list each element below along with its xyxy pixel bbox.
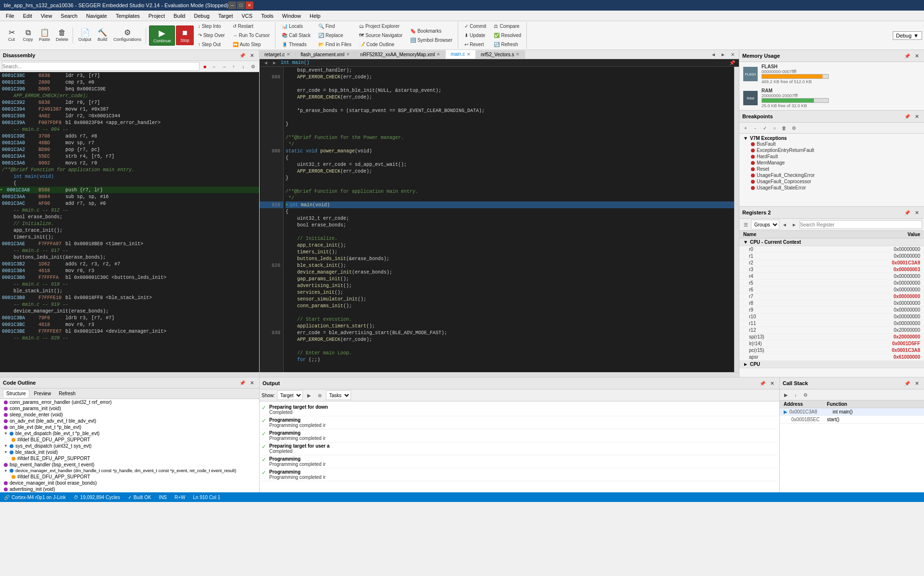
output-pin-icon[interactable]: 📌 bbox=[758, 379, 767, 388]
outline-tab-structure[interactable]: Structure bbox=[3, 389, 29, 398]
outline-device-mgr-evt[interactable]: ▼ device_manager_evt_handler (dm_handle_… bbox=[0, 468, 259, 474]
bp-item-usagefault-state[interactable]: UsageFault_StateError bbox=[743, 185, 920, 191]
bp-enable-all-icon[interactable]: ✓ bbox=[761, 124, 769, 132]
menu-templates[interactable]: Templates bbox=[112, 12, 144, 20]
call-stack-button[interactable]: 📚 Call Stack bbox=[278, 31, 314, 39]
paste-button[interactable]: 📋 Paste bbox=[37, 27, 52, 43]
outline-sleep-mode[interactable]: sleep_mode_enter (void) bbox=[0, 412, 259, 418]
menu-help[interactable]: Help bbox=[306, 12, 325, 20]
bp-item-excentry[interactable]: ExceptionEntryReturnFault bbox=[743, 147, 920, 153]
cs-settings-icon[interactable]: ⚙ bbox=[801, 390, 810, 399]
bp-item-reset[interactable]: Reset bbox=[743, 166, 920, 172]
cs-run-icon[interactable]: ▶ bbox=[782, 390, 790, 399]
minimize-button[interactable]: ─ bbox=[228, 1, 236, 9]
outline-controls[interactable]: 📌 ✕ bbox=[238, 378, 256, 387]
outline-conn-params-error[interactable]: conn_params_error_handler (uint32_t nrf_… bbox=[0, 399, 259, 405]
debug-mode-dropdown[interactable]: Debug ▼ bbox=[893, 31, 922, 40]
disassembly-hscrollbar[interactable] bbox=[0, 372, 259, 377]
output-filter-icon[interactable]: ⊛ bbox=[315, 391, 324, 400]
code-outline-button[interactable]: 📝 Code Outline bbox=[356, 40, 406, 49]
cut-button[interactable]: ✂ Cut bbox=[4, 27, 19, 43]
source-hscrollbar[interactable] bbox=[260, 372, 739, 377]
reg-pin-icon[interactable]: 📌 bbox=[903, 208, 912, 217]
bp-item-usagefault-checking[interactable]: UsageFault_CheckingError bbox=[743, 172, 920, 178]
cs-row-main[interactable]: ▶ 0x0001C3A8 int main() bbox=[780, 408, 924, 416]
outline-pin-icon[interactable]: 📌 bbox=[238, 378, 247, 387]
tab-flash-placement[interactable]: flash_placement.xml ✕ bbox=[296, 50, 355, 59]
tab-main-c[interactable]: main.c ✕ bbox=[446, 50, 475, 59]
delete-button[interactable]: 🗑 Delete bbox=[53, 27, 71, 43]
update-button[interactable]: ⬇ Update bbox=[461, 31, 489, 39]
run-to-cursor-button[interactable]: → Run To Cursor bbox=[229, 31, 273, 39]
disasm-right-icon[interactable]: → bbox=[220, 62, 228, 71]
cs-step-icon[interactable]: ↓ bbox=[791, 390, 800, 399]
bp-disable-all-icon[interactable]: ○ bbox=[770, 124, 779, 132]
compare-button[interactable]: ⚖ Compare bbox=[490, 22, 524, 30]
disassembly-pin-icon[interactable]: 📌 bbox=[238, 51, 247, 60]
reg-group-cpu-current[interactable]: ▼ CPU - Current Context bbox=[739, 238, 924, 246]
reg-prev-icon[interactable]: ◄ bbox=[780, 220, 789, 229]
cs-row-start[interactable]: 0x0001B5EC start() bbox=[780, 416, 924, 424]
outline-advertising-init[interactable]: advertising_init (void) bbox=[0, 486, 259, 492]
auto-step-button[interactable]: ⏩ Auto Step bbox=[229, 40, 273, 49]
outline-conn-params-init[interactable]: conn_params_init (void) bbox=[0, 405, 259, 412]
breakpoints-controls[interactable]: 📌 ✕ bbox=[903, 112, 921, 121]
bp-add-icon[interactable]: + bbox=[741, 124, 750, 132]
menu-window[interactable]: Window bbox=[278, 12, 305, 20]
step-out-button[interactable]: ↑ Step Out bbox=[195, 40, 228, 49]
resolved-button[interactable]: ✅ Resolved bbox=[490, 31, 524, 39]
output-button[interactable]: 📄 Output bbox=[76, 27, 94, 43]
output-filter-select[interactable]: Tasks bbox=[326, 390, 351, 400]
bp-pin-icon[interactable]: 📌 bbox=[903, 112, 912, 121]
bp-remove-icon[interactable]: - bbox=[751, 124, 760, 132]
outline-bsp-event-handler[interactable]: bsp_event_handler (bsp_event_t event) bbox=[0, 462, 259, 468]
close-button[interactable]: ✕ bbox=[246, 1, 253, 9]
disasm-stop-icon[interactable]: ■ bbox=[200, 62, 209, 71]
registers-controls[interactable]: 📌 ✕ bbox=[903, 208, 921, 217]
outline-tab-preview[interactable]: Preview bbox=[31, 390, 54, 397]
tab-scroll-right-icon[interactable]: ► bbox=[719, 50, 727, 59]
cs-close-icon[interactable]: ✕ bbox=[912, 379, 921, 388]
bp-item-memmanage[interactable]: MemManage bbox=[743, 160, 920, 166]
outline-on-adv-evt[interactable]: on_adv_evt (ble_adv_evt_t ble_adv_evt) bbox=[0, 418, 259, 424]
revert-button[interactable]: ↩ Revert bbox=[461, 40, 489, 49]
threads-button[interactable]: 🧵 Threads bbox=[278, 40, 314, 49]
menu-vcs[interactable]: VCS bbox=[238, 12, 257, 20]
symbol-browser-button[interactable]: 🔣 Symbol Browser bbox=[407, 36, 456, 44]
menu-edit[interactable]: Edit bbox=[19, 12, 36, 20]
reg-group-select[interactable]: Groups bbox=[751, 220, 779, 229]
stop-button[interactable]: ■ Stop bbox=[176, 25, 194, 45]
outline-on-ble-evt[interactable]: on_ble_evt (ble_evt_t *p_ble_evt) bbox=[0, 424, 259, 430]
tab-scroll-left-icon[interactable]: ◄ bbox=[709, 50, 718, 59]
tab-memorymap-close[interactable]: ✕ bbox=[437, 52, 440, 57]
memory-close-icon[interactable]: ✕ bbox=[912, 51, 921, 60]
bp-item-hardfault[interactable]: HardFault bbox=[743, 153, 920, 160]
outline-ifdef-dfu3[interactable]: #ifdef BLE_DFU_APP_SUPPORT bbox=[0, 474, 259, 480]
menu-file[interactable]: File bbox=[2, 12, 18, 20]
restart-button[interactable]: ↺ Restart bbox=[229, 22, 273, 30]
disassembly-search-input[interactable] bbox=[2, 62, 200, 71]
disasm-settings-icon[interactable]: ⚙ bbox=[249, 62, 257, 71]
output-controls[interactable]: 📌 ✕ bbox=[758, 379, 776, 388]
locals-button[interactable]: 📊 Locals bbox=[278, 22, 314, 30]
copy-button[interactable]: ⧉ Copy bbox=[20, 27, 36, 43]
reg-groups-icon[interactable]: ☰ bbox=[741, 220, 750, 229]
commit-button[interactable]: ✓ Commit bbox=[461, 22, 489, 30]
nav-right-icon[interactable]: ► bbox=[272, 60, 277, 65]
outline-ble-evt-dispatch[interactable]: ▼ ble_evt_dispatch (ble_evt_t *p_ble_evt… bbox=[0, 430, 259, 437]
menu-view[interactable]: View bbox=[37, 12, 56, 20]
bp-item-busfault[interactable]: BusFault bbox=[743, 141, 920, 147]
outline-device-mgr-init[interactable]: device_manager_init (bool erase_bonds) bbox=[0, 480, 259, 486]
bp-delete-all-icon[interactable]: 🗑 bbox=[780, 124, 788, 132]
step-over-button[interactable]: ↷ Step Over bbox=[195, 31, 228, 39]
outline-tab-refresh[interactable]: Refresh bbox=[56, 390, 78, 397]
nav-left-icon[interactable]: ◄ bbox=[263, 60, 268, 65]
reg-search-input[interactable] bbox=[799, 220, 922, 229]
tab-vectors-close[interactable]: ✕ bbox=[516, 52, 520, 57]
outline-ifdef-dfu[interactable]: #ifdef BLE_DFU_APP_SUPPORT bbox=[0, 437, 259, 443]
replace-button[interactable]: 🔄 Replace bbox=[315, 31, 355, 39]
outline-ble-stack-init[interactable]: ▼ ble_stack_init (void) bbox=[0, 449, 259, 455]
output-close-icon[interactable]: ✕ bbox=[768, 379, 776, 388]
bookmarks-button[interactable]: 🔖 Bookmarks bbox=[407, 27, 456, 35]
project-explorer-button[interactable]: 🗂 Project Explorer bbox=[356, 22, 406, 30]
